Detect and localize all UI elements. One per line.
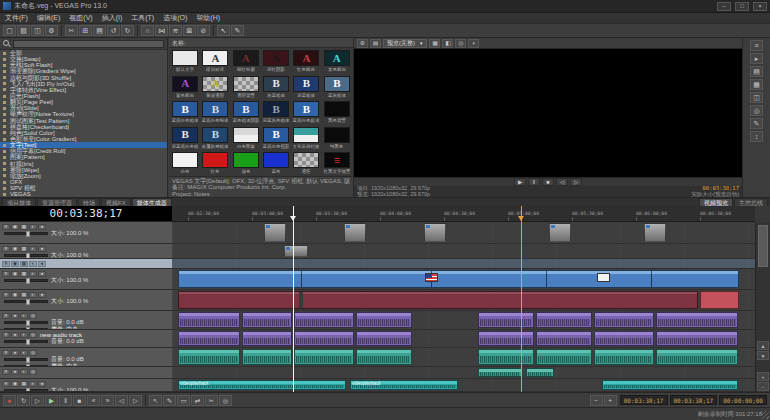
fader-knob[interactable] (26, 357, 30, 363)
menu-item-1[interactable]: 文件(F) (5, 13, 28, 23)
timeline-event[interactable] (242, 349, 292, 365)
bypass-motion-blur-icon[interactable]: ◉ (11, 224, 19, 230)
track-menu-icon[interactable]: ≡ (2, 224, 10, 230)
timeline-lane[interactable] (172, 244, 755, 259)
preview-pause-button[interactable]: ‖ (528, 178, 540, 186)
timeline-event[interactable] (344, 223, 366, 242)
track-motion-icon[interactable]: ▦ (20, 261, 28, 267)
timeline-event[interactable] (656, 331, 738, 346)
preset-item[interactable]: 透明 (291, 151, 321, 176)
track-menu-icon[interactable]: ≡ (2, 350, 10, 356)
track-header[interactable]: ≡◉▦◐●大小: 100.0 % (0, 379, 172, 392)
timeline-lane[interactable] (172, 311, 755, 330)
fader-knob[interactable] (26, 278, 30, 284)
timeline-event[interactable] (594, 349, 654, 365)
envelope-edit-tool-button[interactable]: ✎ (231, 25, 244, 36)
preview-stop-button[interactable]: ■ (542, 178, 554, 186)
mute-icon[interactable]: ◎ (29, 350, 37, 356)
fader-knob[interactable] (26, 339, 30, 345)
selection-timecode-1[interactable]: 00:03:38;17 (620, 395, 668, 405)
fader-knob[interactable] (26, 320, 30, 326)
preset-item[interactable]: B金属质感粗体 (200, 126, 230, 152)
preset-item[interactable]: 红色 (200, 151, 230, 176)
zoom-in-track-button[interactable]: + (757, 372, 769, 381)
zoom-out-time-button[interactable]: − (590, 395, 603, 406)
track-menu-icon[interactable]: ≡ (2, 369, 10, 375)
solo-icon[interactable]: ◐ (20, 350, 28, 356)
mute-icon[interactable]: ● (38, 224, 46, 230)
copy-frame-icon[interactable]: ◐ (468, 39, 479, 48)
surround-panner-icon[interactable]: ◫ (750, 92, 763, 103)
next-frame-button[interactable]: ▷ (129, 395, 142, 406)
timeline-event[interactable] (536, 312, 592, 328)
timeline-event[interactable] (478, 331, 534, 346)
external-monitor-icon[interactable]: ▤ (370, 39, 381, 48)
marker-cap[interactable] (518, 216, 524, 221)
arm-record-icon[interactable]: ● (11, 332, 19, 338)
track-fader[interactable] (4, 358, 48, 361)
enable-snapping-button[interactable]: ∩ (141, 25, 154, 36)
preset-item[interactable]: 默认文字 (170, 49, 200, 75)
save-project-button[interactable]: ◫ (31, 25, 44, 36)
video-scopes-icon[interactable]: ▦ (750, 79, 763, 90)
resize-panel-icon[interactable]: ↕ (750, 131, 763, 142)
timeline-event[interactable] (656, 312, 738, 328)
dock-tab-转场[interactable]: 转场 (78, 198, 100, 206)
solo-icon[interactable]: ◐ (29, 381, 37, 387)
menu-item-6[interactable]: 选项(O) (163, 13, 187, 23)
scroll-up-button[interactable]: ▲ (757, 341, 769, 350)
preset-item[interactable]: B蓝色粗体阴影 (231, 100, 261, 126)
timeline-event[interactable] (549, 223, 571, 242)
timeline-event[interactable] (264, 223, 286, 242)
mute-icon[interactable]: ● (38, 381, 46, 387)
scroll-down-button[interactable]: ▼ (757, 351, 769, 360)
timeline-event[interactable] (356, 331, 412, 346)
menu-item-5[interactable]: 工具(T) (131, 13, 154, 23)
track-fader[interactable] (4, 300, 48, 303)
track-menu-icon[interactable]: ≡ (2, 332, 10, 338)
mute-icon[interactable]: ◎ (29, 313, 37, 319)
timeline-lane[interactable] (172, 269, 755, 290)
cut-button[interactable]: ✂ (65, 25, 78, 36)
menu-item-7[interactable]: 帮助(H) (196, 13, 220, 23)
track-motion-icon[interactable]: ▦ (20, 246, 28, 252)
record-button[interactable]: ● (3, 395, 16, 406)
preset-item[interactable]: 蓝色 (261, 151, 291, 176)
arm-record-icon[interactable]: ● (11, 369, 19, 375)
timeline-event[interactable] (284, 245, 308, 257)
timeline-event[interactable] (356, 312, 412, 328)
normal-edit-tool-button[interactable]: ↖ (217, 25, 230, 36)
timeline-event[interactable] (356, 349, 412, 365)
preset-item[interactable]: 文化采样特效 (291, 126, 321, 152)
preset-item[interactable]: A黄绿透明 (200, 75, 230, 101)
auto-crossfade-button[interactable]: ⋈ (155, 25, 168, 36)
preset-item[interactable]: B深蓝粗体 (291, 75, 321, 101)
track-motion-icon[interactable]: ▦ (20, 224, 28, 230)
timeline-event[interactable] (178, 331, 240, 346)
timeline-event[interactable] (178, 312, 240, 328)
track-menu-icon[interactable]: ≡ (2, 292, 10, 298)
time-ruler[interactable]: 00:02:30;0000:03:00;0000:03:30;0000:04:0… (172, 206, 755, 222)
slip-edit-tool[interactable]: ⇄ (191, 395, 204, 406)
preset-item[interactable]: B灰蓝粗体 (261, 75, 291, 101)
preset-item[interactable]: 黑色背景 (322, 100, 352, 126)
dock-menu-icon[interactable]: ≡ (750, 40, 763, 51)
timeline-event[interactable] (536, 331, 592, 346)
snapshot-icon[interactable]: ◎ (455, 39, 466, 48)
arm-record-icon[interactable]: ● (11, 350, 19, 356)
preset-item[interactable]: B蓝底白色标准 (291, 100, 321, 126)
preset-item[interactable]: A暗红轮廓 (231, 49, 261, 75)
preset-item[interactable]: A紫色辉光 (170, 75, 200, 101)
timeline-vertical-scrollbar[interactable]: ▲ ▼ + − (755, 222, 770, 392)
preset-item[interactable]: B蓝底白色粗体 (170, 100, 200, 126)
solo-icon[interactable]: ◐ (29, 292, 37, 298)
dock-tab-视频FX[interactable]: 视频FX (101, 198, 131, 206)
project-properties-button[interactable]: ⚙ (45, 25, 58, 36)
auto-ripple-button[interactable]: ≋ (169, 25, 182, 36)
undo-button[interactable]: ↺ (107, 25, 120, 36)
mute-icon[interactable]: ● (38, 271, 46, 277)
track-menu-icon[interactable]: ≡ (2, 271, 10, 277)
track-header[interactable]: ≡●◐◎new audio track音量: 0.0 dB (0, 330, 172, 348)
track-motion-icon[interactable]: ▦ (20, 292, 28, 298)
timeline-event[interactable] (178, 291, 698, 309)
